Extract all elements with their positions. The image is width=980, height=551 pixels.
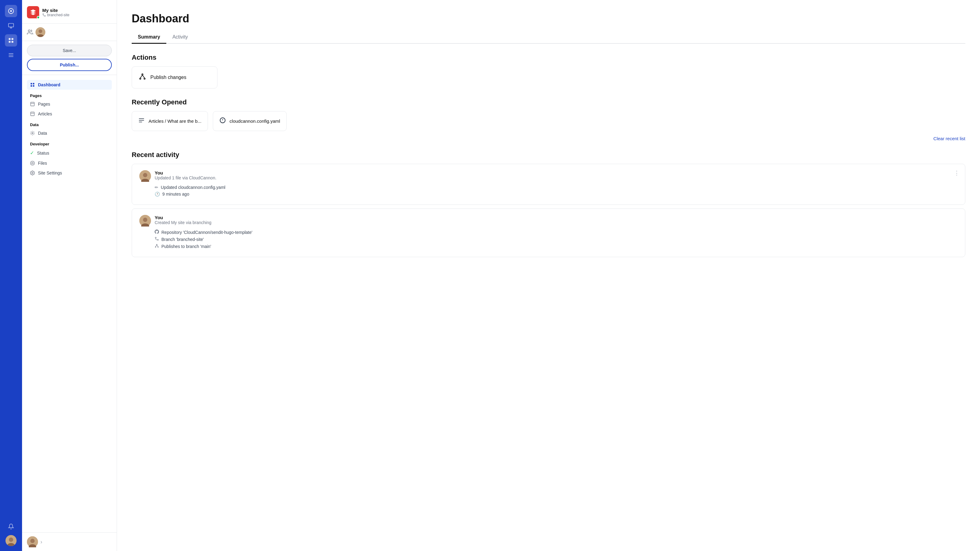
site-name: My site bbox=[42, 8, 112, 13]
sidebar-item-dashboard[interactable]: Dashboard bbox=[27, 80, 112, 90]
sidebar-item-site-settings[interactable]: Site Settings bbox=[27, 168, 112, 178]
svg-line-39 bbox=[140, 75, 142, 78]
main-content: Dashboard Summary Activity Actions Publi… bbox=[117, 0, 980, 551]
activity-detail-text-1-2: Publishes to branch 'main' bbox=[161, 244, 211, 249]
svg-point-46 bbox=[143, 173, 147, 177]
sidebar-nav: Dashboard Pages Pages Articles Data Data… bbox=[22, 75, 117, 532]
sidebar-user-avatar[interactable] bbox=[27, 536, 38, 547]
activity-desc-1: Created My site via branching bbox=[155, 220, 211, 225]
publish-branch-icon bbox=[155, 244, 159, 249]
tab-activity[interactable]: Activity bbox=[166, 31, 194, 44]
svg-rect-22 bbox=[33, 83, 34, 84]
publish-changes-card[interactable]: Publish changes bbox=[132, 67, 218, 89]
pencil-icon: ✏ bbox=[155, 185, 158, 190]
github-icon bbox=[155, 230, 159, 235]
publish-button[interactable]: Publish... bbox=[27, 59, 112, 71]
recent-item-articles[interactable]: Articles / What are the b... bbox=[132, 111, 208, 131]
activity-card-0: You Updated 1 file via CloudCannon. ✏ Up… bbox=[132, 164, 965, 205]
activity-details-0: ✏ Updated cloudcannon.config.yaml 🕐 9 mi… bbox=[155, 185, 958, 197]
activity-avatar-0 bbox=[139, 170, 151, 182]
svg-point-13 bbox=[9, 538, 13, 542]
activity-detail-text-0-0: Updated cloudcannon.config.yaml bbox=[161, 185, 225, 190]
data-icon bbox=[30, 131, 35, 136]
svg-rect-24 bbox=[33, 85, 34, 87]
svg-point-30 bbox=[30, 161, 34, 165]
svg-rect-7 bbox=[9, 41, 11, 43]
svg-line-56 bbox=[156, 245, 157, 247]
svg-point-19 bbox=[38, 29, 42, 33]
svg-point-52 bbox=[155, 237, 156, 238]
pages-label: Pages bbox=[38, 102, 50, 106]
svg-point-15 bbox=[45, 15, 46, 16]
sidebar-item-articles[interactable]: Articles bbox=[27, 109, 112, 119]
articles-label: Articles bbox=[38, 111, 52, 116]
sidebar-item-status[interactable]: ✓ Status bbox=[27, 148, 112, 158]
bell-icon[interactable] bbox=[5, 520, 17, 533]
activity-desc-0: Updated 1 file via CloudCannon. bbox=[155, 175, 216, 180]
activity-detail-text-0-1: 9 minutes ago bbox=[162, 192, 189, 197]
site-info: My site branched-site bbox=[42, 8, 112, 17]
publish-changes-label: Publish changes bbox=[150, 75, 186, 80]
grid-icon[interactable] bbox=[5, 34, 17, 46]
sidebar-item-pages[interactable]: Pages bbox=[27, 99, 112, 109]
cloud-icon[interactable] bbox=[5, 5, 17, 17]
status-icon: ✓ bbox=[30, 150, 34, 156]
svg-rect-5 bbox=[9, 38, 11, 40]
sidebar-bottom: › bbox=[22, 532, 117, 551]
settings-icon bbox=[30, 170, 35, 175]
svg-point-31 bbox=[32, 162, 33, 164]
monitor-icon[interactable] bbox=[5, 20, 17, 32]
files-icon bbox=[30, 161, 35, 166]
site-branch: branched-site bbox=[42, 13, 112, 17]
sidebar-header: My site branched-site bbox=[22, 0, 117, 24]
recently-opened-title: Recently Opened bbox=[132, 98, 965, 106]
activity-avatar-1 bbox=[139, 215, 151, 227]
recent-config-label: cloudcannon.config.yaml bbox=[230, 119, 280, 124]
clear-recent-button[interactable]: Clear recent list bbox=[934, 136, 965, 141]
activity-menu-0[interactable]: ⋮ bbox=[954, 170, 959, 176]
activity-detail-row-0-1: 🕐 9 minutes ago bbox=[155, 192, 958, 197]
activity-detail-text-1-1: Branch 'branched-site' bbox=[161, 237, 204, 242]
dashboard-label: Dashboard bbox=[38, 83, 60, 87]
site-settings-label: Site Settings bbox=[38, 170, 62, 175]
clear-recent-container: Clear recent list bbox=[132, 136, 965, 141]
svg-point-53 bbox=[156, 244, 157, 245]
articles-icon bbox=[30, 111, 35, 116]
activity-detail-row-1-0: Repository 'CloudCannon/sendit-hugo-temp… bbox=[155, 230, 958, 235]
activity-detail-row-1-2: Publishes to branch 'main' bbox=[155, 244, 958, 249]
user-avatar-sidebar[interactable] bbox=[35, 27, 45, 37]
svg-point-32 bbox=[32, 172, 33, 173]
chart-icon[interactable] bbox=[5, 49, 17, 61]
sidebar-item-data[interactable]: Data bbox=[27, 128, 112, 138]
actions-title: Actions bbox=[132, 54, 965, 62]
activity-detail-text-1-0: Repository 'CloudCannon/sendit-hugo-temp… bbox=[161, 230, 252, 235]
svg-point-36 bbox=[142, 74, 143, 75]
svg-rect-23 bbox=[30, 85, 32, 87]
status-dot bbox=[37, 16, 40, 19]
data-label: Data bbox=[38, 131, 47, 136]
svg-line-40 bbox=[142, 75, 145, 78]
activity-text-1: You Created My site via branching bbox=[155, 215, 211, 225]
save-button[interactable]: Save... bbox=[27, 45, 112, 56]
svg-point-16 bbox=[43, 13, 44, 14]
icon-rail bbox=[0, 0, 22, 551]
sidebar-item-files[interactable]: Files bbox=[27, 158, 112, 168]
tab-summary[interactable]: Summary bbox=[132, 31, 166, 44]
svg-point-38 bbox=[144, 78, 145, 79]
activity-text-0: You Updated 1 file via CloudCannon. bbox=[155, 170, 216, 180]
dashboard-icon bbox=[30, 83, 35, 87]
recent-item-config[interactable]: cloudcannon.config.yaml bbox=[213, 111, 286, 131]
svg-point-54 bbox=[155, 247, 156, 247]
sidebar: My site branched-site Save... Publish...… bbox=[22, 0, 117, 551]
svg-rect-2 bbox=[9, 24, 14, 27]
svg-point-55 bbox=[158, 247, 158, 247]
activity-detail-row-0-0: ✏ Updated cloudcannon.config.yaml bbox=[155, 185, 958, 190]
status-label: Status bbox=[37, 151, 49, 156]
user-avatar-bottom[interactable] bbox=[5, 535, 16, 546]
sidebar-user-more[interactable]: › bbox=[40, 539, 42, 545]
activity-detail-row-1-1: Branch 'branched-site' bbox=[155, 237, 958, 242]
recently-opened-grid: Articles / What are the b... cloudcannon… bbox=[132, 111, 965, 131]
activity-header-0: You Updated 1 file via CloudCannon. bbox=[139, 170, 958, 182]
pages-section-label: Pages bbox=[27, 90, 112, 99]
page-title: Dashboard bbox=[132, 12, 965, 25]
